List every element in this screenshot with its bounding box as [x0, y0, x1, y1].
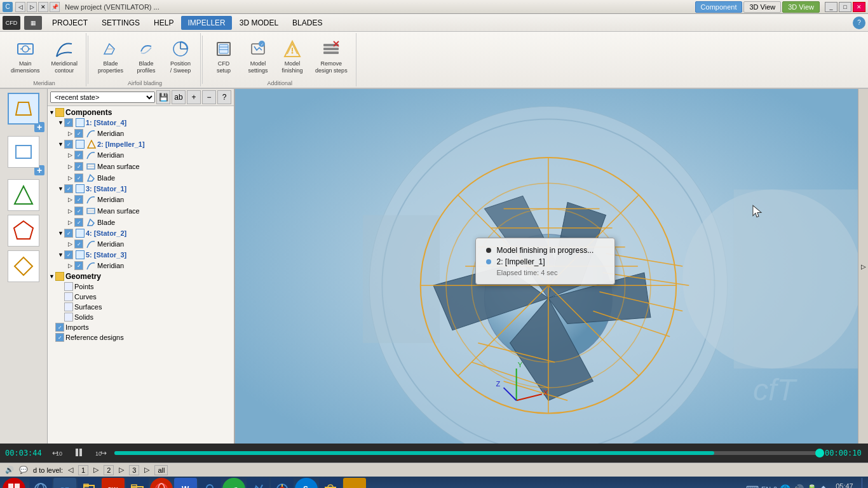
- taskbar-app-solidworks[interactable]: SW: [102, 478, 125, 488]
- right-panel-collapse[interactable]: ▷: [858, 89, 868, 444]
- impeller1-surface-checkbox[interactable]: ✓: [74, 162, 83, 171]
- tree-add-btn[interactable]: +: [187, 90, 201, 104]
- timeline-thumb[interactable]: [815, 449, 824, 458]
- help-icon[interactable]: ?: [773, 486, 777, 489]
- shape-trapezoid[interactable]: [8, 93, 39, 125]
- menu-3dmodel[interactable]: 3D MODEL: [233, 16, 285, 30]
- forward-10-btn[interactable]: 10↪: [92, 445, 109, 462]
- timeline-track[interactable]: [114, 451, 820, 455]
- menu-blades[interactable]: BLADES: [286, 16, 329, 30]
- imports-checkbox[interactable]: ✓: [55, 323, 64, 332]
- level-arrow-right2[interactable]: ▷: [119, 466, 124, 474]
- taskbar-app-word[interactable]: W: [174, 478, 197, 488]
- minimize-btn[interactable]: _: [825, 2, 837, 12]
- chat-icon[interactable]: 💬: [19, 466, 28, 474]
- shape-pentagon[interactable]: [8, 215, 39, 247]
- title-tab-component[interactable]: Component: [695, 1, 743, 13]
- update-icon[interactable]: ⬆: [820, 484, 827, 488]
- ribbon-btn-meridional-contour[interactable]: Meridionalcontour: [47, 36, 83, 78]
- tree-stator1-blade[interactable]: ▷ ✓ Blade: [48, 217, 234, 228]
- stator2-meridian-checkbox[interactable]: ✓: [74, 240, 83, 248]
- tree-stator2-meridian[interactable]: ▷ ✓ Meridian: [48, 238, 234, 250]
- taskbar-app-ie[interactable]: [29, 478, 52, 488]
- menu-logo2[interactable]: ▦: [24, 16, 42, 30]
- menu-project[interactable]: PROJECT: [46, 16, 94, 30]
- stator1-blade-checkbox[interactable]: ✓: [74, 218, 83, 227]
- tree-stator1-meansurface[interactable]: ▷ ✓ Mean surface: [48, 205, 234, 217]
- tree-impeller1-meridian[interactable]: ▷ ✓ Meridian: [48, 149, 234, 161]
- impeller1-checkbox[interactable]: ✓: [64, 140, 73, 149]
- tree-impeller1-blade[interactable]: ▷ ✓ Blade: [48, 172, 234, 184]
- stator2-checkbox[interactable]: ✓: [64, 229, 73, 238]
- taskbar-app-whatsapp[interactable]: [222, 478, 245, 488]
- level-3[interactable]: 3: [129, 465, 139, 475]
- tree-solids[interactable]: Solids: [48, 312, 234, 322]
- ribbon-btn-blade-profiles[interactable]: Bladeprofiles: [130, 36, 162, 78]
- tree-curves[interactable]: Curves: [48, 292, 234, 302]
- tree-points[interactable]: Points: [48, 281, 234, 292]
- rewind-10-btn[interactable]: ↩10: [48, 445, 66, 462]
- impeller1-meridian-checkbox[interactable]: ✓: [74, 151, 83, 159]
- taskbar-app-cfd[interactable]: CF: [53, 478, 76, 488]
- tree-geometry-header[interactable]: ▼ Geometry: [48, 271, 234, 281]
- impeller1-blade-checkbox[interactable]: ✓: [74, 173, 83, 182]
- tree-reference-designs[interactable]: ✓ Reference designs: [48, 332, 234, 342]
- taskbar-app-skype[interactable]: S: [295, 478, 318, 488]
- network-icon[interactable]: 🌐: [780, 484, 790, 488]
- tree-remove-btn[interactable]: −: [202, 90, 216, 104]
- menu-impeller[interactable]: IMPELLER: [181, 16, 231, 30]
- stator3-checkbox[interactable]: ✓: [64, 250, 73, 259]
- tree-stator1[interactable]: ▼ ✓ 3: [Stator_1]: [48, 184, 234, 194]
- taskbar-app-folder[interactable]: [126, 478, 149, 488]
- tree-stator1-meridian[interactable]: ▷ ✓ Meridian: [48, 194, 234, 205]
- tree-rename-btn[interactable]: ab: [172, 90, 186, 104]
- level-arrow-right3[interactable]: ▷: [144, 466, 149, 474]
- ribbon-btn-position-sweep[interactable]: Position/ Sweep: [165, 36, 196, 78]
- taskbar-app-chrome[interactable]: [271, 478, 294, 488]
- ribbon-btn-model-finishing[interactable]: Modelfinishing: [276, 36, 308, 78]
- tree-stator4[interactable]: ▼ ✓ 1: [Stator_4]: [48, 118, 234, 128]
- taskbar-app-maps[interactable]: [198, 478, 221, 488]
- tree-impeller1-meansurface[interactable]: ▷ ✓ Mean surface: [48, 161, 234, 172]
- tree-stator3-meridian[interactable]: ▷ ✓ Meridian: [48, 260, 234, 271]
- audio-icon[interactable]: 🔊: [5, 466, 14, 474]
- tree-stator4-meridian[interactable]: ▷ ✓ Meridian: [48, 128, 234, 139]
- play-pause-btn[interactable]: [71, 446, 86, 461]
- keyboard-icon[interactable]: ⌨: [746, 484, 759, 488]
- sound-icon[interactable]: 🔊: [793, 484, 804, 488]
- tree-help-btn[interactable]: ?: [217, 90, 231, 104]
- ribbon-btn-remove-design-steps[interactable]: Removedesign steps: [311, 36, 352, 78]
- ribbon-btn-blade-properties[interactable]: Bladeproperties: [93, 36, 128, 78]
- title-tab-3dview2[interactable]: 3D View: [782, 1, 820, 13]
- stator4-checkbox[interactable]: ✓: [64, 118, 73, 127]
- title-tab-3dview1[interactable]: 3D View: [743, 1, 781, 13]
- taskbar-app-maps2[interactable]: [247, 478, 269, 488]
- level-all[interactable]: all: [154, 465, 168, 475]
- tree-components-root[interactable]: ▼ Components: [48, 107, 234, 118]
- shape-triangle[interactable]: [8, 179, 39, 211]
- ribbon-btn-model-settings[interactable]: ✓ Modelsettings: [242, 36, 274, 78]
- title-pin-btn[interactable]: 📌: [50, 2, 60, 12]
- shape-diamond[interactable]: [8, 250, 39, 282]
- battery-icon[interactable]: 🔋: [806, 484, 817, 488]
- tree-impeller1[interactable]: ▼ ✓ 2: [Impeller_1]: [48, 139, 234, 149]
- start-button[interactable]: [3, 478, 25, 488]
- stator4-meridian-checkbox[interactable]: ✓: [74, 129, 83, 138]
- clock-display[interactable]: 05:47 Y-TT/TT/TT: [830, 482, 859, 488]
- help-circle-btn[interactable]: ?: [853, 17, 865, 29]
- ribbon-btn-main-dimensions[interactable]: Maindimensions: [6, 36, 44, 78]
- close-btn[interactable]: ✕: [853, 2, 865, 12]
- show-desktop-btn[interactable]: [862, 478, 865, 488]
- ribbon-btn-cfd-setup[interactable]: CFDsetup: [208, 36, 240, 78]
- stator1-checkbox[interactable]: ✓: [64, 184, 73, 193]
- level-1[interactable]: 1: [78, 465, 88, 475]
- title-left-btn[interactable]: ◁: [15, 2, 25, 12]
- tree-surfaces[interactable]: Surfaces: [48, 302, 234, 312]
- reference-checkbox[interactable]: ✓: [55, 333, 64, 342]
- menu-settings[interactable]: SETTINGS: [95, 16, 146, 30]
- taskbar-app-opera[interactable]: [150, 478, 173, 488]
- tree-save-btn[interactable]: 💾: [156, 90, 170, 104]
- tree-imports[interactable]: ✓ Imports: [48, 322, 234, 332]
- shape-rect[interactable]: [8, 136, 39, 168]
- tree-stator3[interactable]: ▼ ✓ 5: [Stator_3]: [48, 250, 234, 260]
